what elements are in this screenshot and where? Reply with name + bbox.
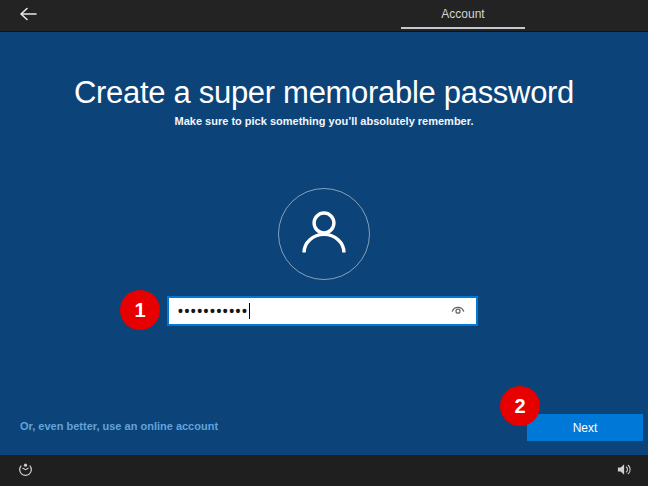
- page-subtitle: Make sure to pick something you’ll absol…: [0, 115, 648, 127]
- bottom-system-bar: [0, 455, 648, 486]
- back-arrow-icon: [19, 7, 37, 25]
- step-progress-underline: [401, 27, 525, 29]
- password-input[interactable]: •••••••••••: [167, 296, 478, 326]
- main-content: Create a super memorable password Make s…: [0, 33, 648, 455]
- volume-button[interactable]: [616, 462, 634, 480]
- next-button[interactable]: Next: [527, 414, 643, 441]
- back-button[interactable]: [16, 5, 40, 27]
- use-online-account-link[interactable]: Or, even better, use an online account: [20, 420, 218, 432]
- person-icon: [295, 203, 353, 265]
- password-masked-value: •••••••••••: [178, 298, 248, 324]
- oobe-account-screen: Account Create a super memorable passwor…: [0, 0, 648, 486]
- step-label-account: Account: [401, 7, 525, 21]
- ease-of-access-icon: [18, 462, 33, 481]
- ease-of-access-button[interactable]: [16, 462, 34, 480]
- reveal-password-button[interactable]: [449, 302, 467, 320]
- annotation-badge-1: 1: [120, 290, 160, 330]
- annotation-badge-2: 2: [500, 386, 540, 426]
- page-title: Create a super memorable password: [0, 75, 648, 111]
- volume-speaker-icon: [617, 462, 633, 480]
- eye-icon: [449, 302, 467, 320]
- top-header-bar: Account: [0, 0, 648, 32]
- user-avatar: [278, 188, 370, 280]
- text-caret: [249, 303, 250, 319]
